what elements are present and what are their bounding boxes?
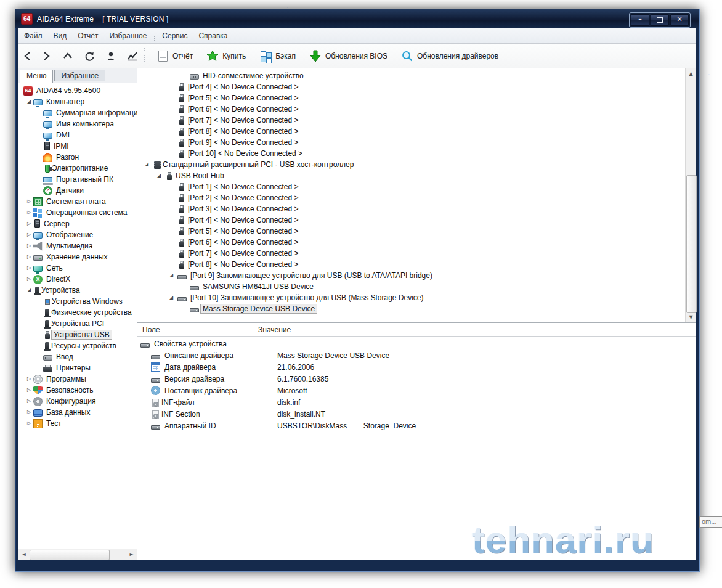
device-tree-item[interactable]: HID-совместимое устройство [137, 70, 696, 81]
sidebar-item[interactable]: Ввод [18, 351, 137, 362]
sidebar-item[interactable]: Разгон [18, 152, 137, 163]
title-bar[interactable]: 64 AIDA64 Extreme [ TRIAL VERSION ] –✕ [15, 9, 699, 28]
collapse-arrow-icon[interactable]: ▷ [25, 263, 33, 274]
device-tree-item[interactable]: [Port 10] < No Device Connected > [137, 148, 696, 159]
column-header-value[interactable]: Значение [258, 325, 291, 334]
sidebar-horizontal-scrollbar[interactable]: ◄ ► [18, 549, 137, 560]
device-tree-item[interactable]: [Port 7] < No Device Connected > [137, 248, 696, 259]
collapse-arrow-icon[interactable]: ▷ [25, 251, 33, 263]
menu-item-4[interactable]: Избранное [104, 31, 153, 40]
sidebar-item[interactable]: ▷Мультимедиа [18, 240, 137, 251]
sidebar-item[interactable]: Датчики [18, 185, 137, 196]
device-tree-item[interactable]: ◢[Port 9] Запоминающее устройство для US… [137, 270, 696, 281]
collapse-arrow-icon[interactable]: ▷ [25, 196, 33, 207]
close-button[interactable]: ✕ [670, 14, 689, 26]
maximize-button[interactable] [651, 14, 669, 26]
device-tree-item[interactable]: [Port 9] < No Device Connected > [137, 137, 696, 148]
column-divider[interactable] [259, 324, 259, 335]
device-tree-item[interactable]: Mass Storage Device USB Device [137, 303, 696, 314]
collapse-arrow-icon[interactable]: ▷ [25, 374, 33, 385]
scroll-up-icon[interactable]: ▲ [686, 68, 696, 79]
sidebar-item[interactable]: Ресурсы устройств [18, 340, 137, 351]
refresh-icon[interactable] [82, 49, 97, 63]
collapse-arrow-icon[interactable]: ▷ [25, 207, 33, 218]
sidebar-item[interactable]: ◢Устройства [18, 285, 137, 296]
toolbar-button-backup[interactable]: Бэкап [253, 47, 302, 65]
sidebar-item[interactable]: ▷База данных [18, 407, 137, 418]
device-tree-item[interactable]: ◢[Port 10] Запоминающее устройство для U… [137, 292, 696, 303]
menu-item-6[interactable]: Справка [193, 31, 233, 40]
collapse-arrow-icon[interactable]: ▷ [25, 229, 33, 240]
sidebar-item[interactable]: ▷Операционная система [18, 207, 137, 218]
collapse-arrow-icon[interactable]: ▷ [25, 274, 33, 285]
scroll-down-icon[interactable]: ▼ [686, 312, 696, 322]
expand-arrow-icon[interactable]: ◢ [153, 170, 165, 181]
tab-menu[interactable]: Меню [20, 70, 53, 83]
scrollbar-thumb[interactable] [30, 550, 110, 560]
device-tree-vertical-scrollbar[interactable]: ▲ ▼ [685, 68, 696, 322]
sidebar-item[interactable]: Имя компьютера [18, 118, 137, 129]
column-header-field[interactable]: Поле [137, 325, 258, 334]
toolbar-button-report[interactable]: Отчёт [150, 47, 200, 65]
device-tree-item[interactable]: [Port 1] < No Device Connected > [137, 181, 696, 192]
property-row[interactable]: INF Sectiondisk_install.NT [137, 408, 696, 420]
sidebar-item[interactable]: Устройства USB [18, 329, 137, 340]
sidebar-item[interactable]: Портативный ПК [18, 174, 137, 185]
forward-icon[interactable] [39, 49, 54, 63]
menu-item-5[interactable]: Сервис [156, 31, 193, 40]
collapse-arrow-icon[interactable]: ▷ [25, 218, 33, 229]
collapse-arrow-icon[interactable]: ▷ [25, 396, 33, 407]
sidebar-item[interactable]: DMI [18, 129, 137, 141]
sidebar-item[interactable]: IPMI [18, 141, 137, 152]
menu-item-1[interactable]: Файл [18, 31, 48, 40]
device-tree-item[interactable]: [Port 5] < No Device Connected > [137, 226, 696, 237]
menu-item-3[interactable]: Отчёт [72, 31, 103, 40]
up-icon[interactable] [60, 49, 75, 63]
edge-popup[interactable]: om... [699, 516, 722, 528]
collapse-arrow-icon[interactable]: ▷ [25, 418, 33, 429]
collapse-arrow-icon[interactable]: ▷ [25, 407, 33, 418]
collapse-arrow-icon[interactable]: ▷ [25, 240, 33, 251]
sidebar-item[interactable]: AIDA64 v5.95.4500 [18, 85, 137, 96]
scrollbar-thumb[interactable] [686, 175, 697, 313]
property-row[interactable]: Аппаратный IDUSBSTOR\DiskMass____Storage… [137, 420, 696, 431]
expand-arrow-icon[interactable]: ◢ [25, 96, 33, 107]
property-row[interactable]: Версия драйвера6.1.7600.16385 [137, 373, 696, 385]
device-tree-item[interactable]: [Port 8] < No Device Connected > [137, 259, 696, 270]
device-tree-item[interactable]: [Port 5] < No Device Connected > [137, 92, 696, 104]
sidebar-item[interactable]: ▷Безопасность [18, 385, 137, 396]
device-tree-item[interactable]: [Port 4] < No Device Connected > [137, 81, 696, 92]
toolbar-button-buy-star[interactable]: Купить [200, 47, 253, 65]
menu-item-2[interactable]: Вид [48, 31, 73, 40]
expand-arrow-icon[interactable]: ◢ [140, 159, 153, 170]
sidebar-item[interactable]: ▷Отображение [18, 229, 137, 240]
sidebar-item[interactable]: ▷Системная плата [18, 196, 137, 207]
property-row[interactable]: INF-файлdisk.inf [137, 396, 696, 408]
sidebar-item[interactable]: ▷DirectX [18, 274, 137, 285]
device-tree-item[interactable]: [Port 3] < No Device Connected > [137, 203, 696, 214]
device-tree-item[interactable]: ◢Стандартный расширенный PCI - USB хост-… [137, 159, 696, 170]
sidebar-item[interactable]: ▷Хранение данных [18, 251, 137, 263]
scroll-left-icon[interactable]: ◄ [18, 549, 29, 560]
device-tree-item[interactable]: [Port 7] < No Device Connected > [137, 115, 696, 126]
property-row[interactable]: Описание драйвераMass Storage Device USB… [137, 349, 696, 361]
sidebar-item[interactable]: ▷Тест [18, 418, 137, 429]
sidebar-item[interactable]: ▷Конфигурация [18, 396, 137, 407]
user-icon[interactable] [103, 49, 118, 63]
sidebar-item[interactable]: Физические устройства [18, 307, 137, 318]
sidebar-item[interactable]: ◢Компьютер [18, 96, 137, 107]
sidebar-item[interactable]: Устройства PCI [18, 318, 137, 329]
device-tree-item[interactable]: [Port 4] < No Device Connected > [137, 214, 696, 226]
sidebar-item[interactable]: Электропитание [18, 163, 137, 174]
device-tree-item[interactable]: [Port 6] < No Device Connected > [137, 237, 696, 248]
minimize-button[interactable]: – [631, 14, 649, 26]
sidebar-item[interactable]: Суммарная информация [18, 107, 137, 118]
toolbar-button-bios-update[interactable]: Обновления BIOS [302, 47, 394, 65]
expand-arrow-icon[interactable]: ◢ [25, 285, 33, 296]
device-tree-item[interactable]: [Port 6] < No Device Connected > [137, 104, 696, 115]
back-icon[interactable] [20, 49, 35, 63]
property-row[interactable]: Свойства устройства [137, 338, 696, 349]
tab-favorites[interactable]: Избранное [54, 70, 105, 81]
scroll-right-icon[interactable]: ► [126, 549, 137, 560]
device-tree-item[interactable]: [Port 2] < No Device Connected > [137, 192, 696, 203]
